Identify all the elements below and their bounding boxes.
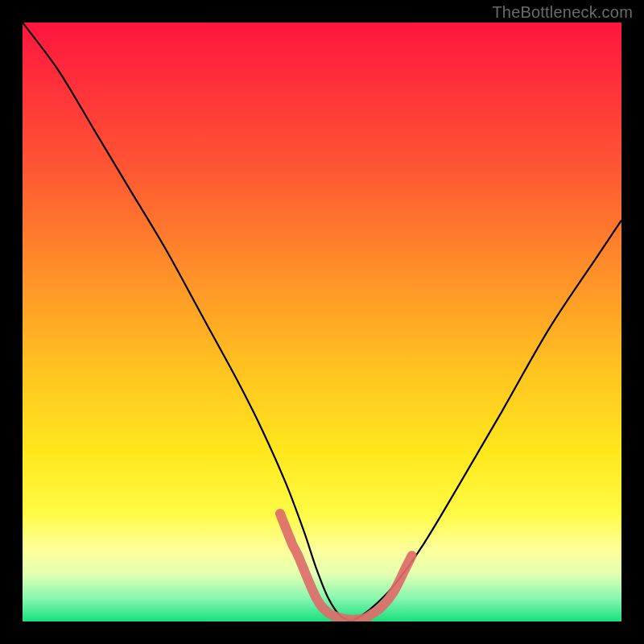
right-curve — [352, 221, 621, 621]
watermark-text: TheBottleneck.com — [492, 3, 633, 22]
curve-layer — [23, 23, 621, 621]
bottleneck-band — [280, 514, 412, 620]
chart-frame: TheBottleneck.com — [0, 0, 644, 644]
left-curve — [23, 23, 352, 621]
plot-area — [23, 23, 621, 621]
